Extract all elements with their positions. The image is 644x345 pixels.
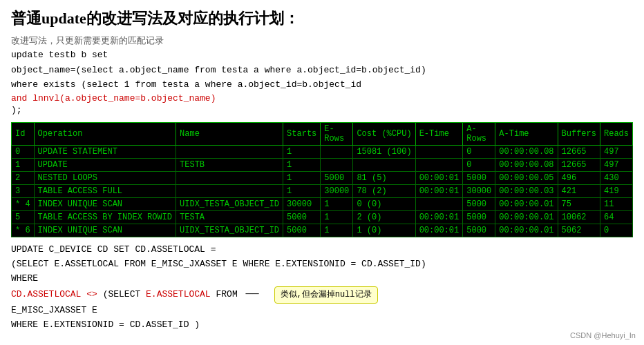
cell-reads: 419	[600, 185, 632, 198]
cell-buffers: 12665	[558, 146, 600, 159]
cell-etime: 00:00:01	[415, 185, 463, 198]
code-end: );	[11, 103, 633, 117]
cell-operation: INDEX UNIQUE SCAN	[34, 224, 176, 237]
cell-etime	[415, 159, 463, 172]
col-atime: A-Time	[495, 123, 558, 146]
main-container: 普通update的改进写法及对应的执行计划： 改进写法，只更新需要更新的匹配记录…	[0, 0, 644, 345]
execution-plan-table: Id Operation Name Starts E-Rows Cost (%C…	[11, 122, 633, 237]
col-reads: Reads	[600, 123, 632, 146]
cell-atime: 00:00:00.03	[495, 185, 558, 198]
cell-starts: 1	[283, 185, 321, 198]
cell-id: 5	[12, 211, 35, 224]
table-row: * 4 INDEX UNIQUE SCAN UIDX_TESTA_OBJECT_…	[12, 198, 633, 211]
cell-buffers: 10062	[558, 211, 600, 224]
cell-name	[176, 185, 283, 198]
code-line-1: update testb b set	[11, 48, 633, 62]
cell-name	[176, 146, 283, 159]
cell-cost: 2 (0)	[353, 211, 415, 224]
cell-operation: TABLE ACCESS BY INDEX ROWID	[34, 211, 176, 224]
cell-etime: 00:00:01	[415, 211, 463, 224]
cell-erows: 5000	[321, 172, 353, 185]
cell-operation: INDEX UNIQUE SCAN	[34, 198, 176, 211]
table-row: 0 UPDATE STATEMENT 1 15081 (100) 0 00:00…	[12, 146, 633, 159]
code-line-3: where exists (select 1 from testa a wher…	[11, 78, 633, 92]
cell-reads: 64	[600, 211, 632, 224]
bottom-code-block: UPDATE C_DEVICE CD SET CD.ASSETLOCAL = (…	[11, 243, 633, 333]
table-row: * 6 INDEX UNIQUE SCAN UIDX_TESTA_OBJECT_…	[12, 224, 633, 237]
cell-atime: 00:00:00.01	[495, 224, 558, 237]
col-name: Name	[176, 123, 283, 146]
cell-buffers: 12665	[558, 159, 600, 172]
cell-id: 1	[12, 159, 35, 172]
cell-buffers: 496	[558, 172, 600, 185]
cell-cost: 0 (0)	[353, 198, 415, 211]
cell-atime: 00:00:00.08	[495, 146, 558, 159]
bottom-line-1: UPDATE C_DEVICE CD SET CD.ASSETLOCAL =	[11, 243, 633, 257]
table-row: 5 TABLE ACCESS BY INDEX ROWID TESTA 5000…	[12, 211, 633, 224]
cell-buffers: 421	[558, 185, 600, 198]
cell-starts: 1	[283, 159, 321, 172]
cell-etime: 00:00:01	[415, 172, 463, 185]
cell-starts: 5000	[283, 211, 321, 224]
cell-starts: 1	[283, 146, 321, 159]
cell-starts: 5000	[283, 224, 321, 237]
bottom-line-6: WHERE E.EXTENSIONID = CD.ASSET_ID )	[11, 318, 633, 333]
bottom-line-3: WHERE	[11, 272, 633, 286]
table-header-row: Id Operation Name Starts E-Rows Cost (%C…	[12, 123, 633, 146]
cell-etime: 00:00:01	[415, 224, 463, 237]
cell-name: TESTA	[176, 211, 283, 224]
col-cost: Cost (%CPU)	[353, 123, 415, 146]
cell-operation: NESTED LOOPS	[34, 172, 176, 185]
cell-starts: 30000	[283, 198, 321, 211]
cell-arows: 5000	[463, 198, 495, 211]
cell-atime: 00:00:00.08	[495, 159, 558, 172]
bottom-line-5: E_MISC_JXASSET E	[11, 304, 633, 318]
col-starts: Starts	[283, 123, 321, 146]
code-line-2: object_name=(select a.object_name from t…	[11, 63, 633, 77]
cell-erows: 1	[321, 211, 353, 224]
cell-name	[176, 172, 283, 185]
cell-id: * 6	[12, 224, 35, 237]
cell-starts: 1	[283, 172, 321, 185]
cell-reads: 497	[600, 146, 632, 159]
cell-cost: 81 (5)	[353, 172, 415, 185]
cell-operation: UPDATE STATEMENT	[34, 146, 176, 159]
cell-arows: 30000	[463, 185, 495, 198]
cell-atime: 00:00:00.05	[495, 172, 558, 185]
cell-etime	[415, 146, 463, 159]
table-row: 1 UPDATE TESTB 1 0 00:00:00.08 12665 497	[12, 159, 633, 172]
cell-cost: 15081 (100)	[353, 146, 415, 159]
cell-atime: 00:00:00.01	[495, 211, 558, 224]
col-operation: Operation	[34, 123, 176, 146]
bottom-red-2: E.ASSETLOCAL	[146, 290, 211, 300]
bottom-text-2: FROM	[211, 290, 238, 300]
bottom-text-1: (SELECT	[97, 290, 146, 300]
cell-name: UIDX_TESTA_OBJECT_ID	[176, 224, 283, 237]
cell-cost: 78 (2)	[353, 185, 415, 198]
cell-buffers: 5062	[558, 224, 600, 237]
col-arows: A-Rows	[463, 123, 495, 146]
col-id: Id	[12, 123, 35, 146]
cell-name: UIDX_TESTA_OBJECT_ID	[176, 198, 283, 211]
cell-id: * 4	[12, 198, 35, 211]
cell-id: 2	[12, 172, 35, 185]
cell-cost: 1 (0)	[353, 224, 415, 237]
col-buffers: Buffers	[558, 123, 600, 146]
code-red-line: and lnnvl(a.object_name=b.object_name)	[11, 93, 633, 103]
cell-reads: 430	[600, 172, 632, 185]
cell-reads: 0	[600, 224, 632, 237]
cell-arows: 5000	[463, 224, 495, 237]
table-row: 2 NESTED LOOPS 1 5000 81 (5) 00:00:01 50…	[12, 172, 633, 185]
cell-cost	[353, 159, 415, 172]
bottom-line-2: (SELECT E.ASSETLOCAL FROM E_MISC_JXASSET…	[11, 257, 633, 272]
cell-atime: 00:00:00.01	[495, 198, 558, 211]
cell-arows: 0	[463, 146, 495, 159]
cell-erows: 30000	[321, 185, 353, 198]
cell-erows: 1	[321, 198, 353, 211]
bottom-line-4: CD.ASSETLOCAL <> (SELECT E.ASSETLOCAL FR…	[11, 286, 633, 304]
cell-operation: UPDATE	[34, 159, 176, 172]
cell-erows: 1	[321, 224, 353, 237]
cell-arows: 5000	[463, 211, 495, 224]
cell-operation: TABLE ACCESS FULL	[34, 185, 176, 198]
bottom-red-1: CD.ASSETLOCAL <>	[11, 290, 97, 300]
